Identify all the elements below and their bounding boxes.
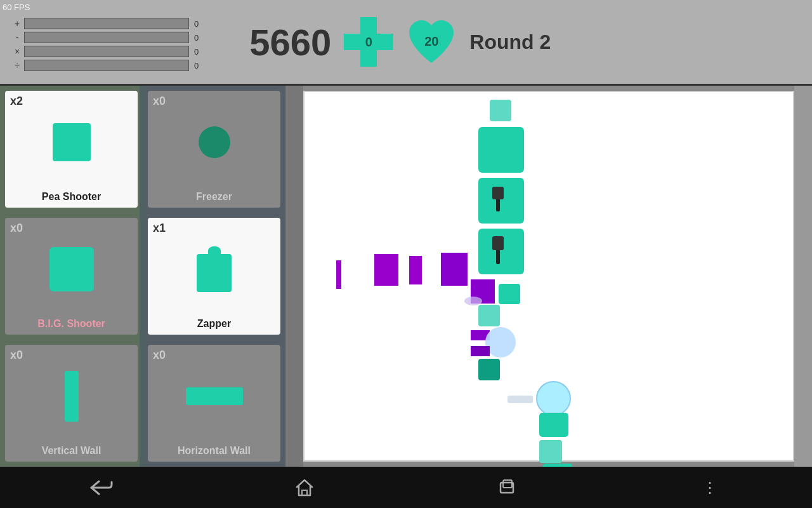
big-shooter-icon [49,247,94,291]
sidebar: x2 Pea Shooter x0 Freezer x0 B.I.G. Shoo… [0,86,285,467]
home-button[interactable] [285,469,324,507]
zapper-count: x1 [153,222,166,235]
right-edge [794,86,812,467]
zapper-label: Zapper [153,316,275,330]
enemy-strip-2 [471,346,490,356]
freezer-label: Freezer [153,189,275,203]
card-vertical-wall[interactable]: x0 Vertical Wall [5,345,138,462]
zapper-body [197,254,232,292]
score-display: 5660 [249,21,331,64]
heart-container: 20 [406,18,457,66]
horizontal-wall-count: x0 [153,349,166,362]
divide-bar [24,60,189,71]
vertical-wall-label: Vertical Wall [10,443,133,457]
plus-cross-value: 0 [365,35,372,50]
game-canvas[interactable] [303,91,794,462]
turret-teal [478,359,500,380]
recent-button[interactable] [488,469,527,507]
enemy-3 [409,256,422,284]
multiply-stat-value: 0 [194,47,199,57]
freezer-icon-area [153,96,275,189]
horizontal-wall-icon-area [153,350,275,443]
pea-shooter-icon [53,123,91,161]
recent-icon [499,479,516,497]
stat-row-divide: ÷ 0 [13,60,199,71]
multiply-bar [24,46,189,57]
turret-small-mid [499,284,520,304]
heart-value: 20 [424,34,438,49]
big-shooter-count: x0 [10,222,23,235]
explosion-effect [464,297,482,305]
horizontal-wall-label: Horizontal Wall [153,443,275,457]
top-bar: 60 FPS + 0 - 0 × 0 ÷ 0 5660 [0,0,812,86]
more-button[interactable]: ⋮ [691,469,730,507]
divide-stat-value: 0 [194,61,199,70]
card-horizontal-wall[interactable]: x0 Horizontal Wall [148,345,280,462]
enemy-4 [441,253,468,286]
multiply-symbol: × [13,46,22,57]
shooter-base-1 [539,440,562,463]
stat-row-multiply: × 0 [13,46,199,57]
card-zapper[interactable]: x1 Zapper [148,218,280,335]
fps-label: 60 FPS [3,3,30,12]
big-shooter-label: B.I.G. Shooter [10,316,133,330]
main-area: x2 Pea Shooter x0 Freezer x0 B.I.G. Shoo… [0,86,812,467]
svg-rect-4 [503,480,512,488]
bottom-nav: ⋮ [0,467,812,508]
zapper-icon-area [153,223,275,316]
turret-gun-2 [478,229,524,274]
back-icon [90,479,113,497]
round-label: Round 2 [469,30,551,54]
freezer-icon [199,126,230,158]
turret-large-1 [478,127,524,173]
score-section: 5660 0 20 Round 2 [249,17,551,67]
horizontal-wall-icon [186,387,243,405]
plus-stat-value: 0 [194,19,199,29]
shooter-body [539,413,568,437]
pea-shooter-icon-area [10,96,133,189]
bullet-effect [508,396,533,403]
minus-bar [24,32,189,43]
divide-symbol: ÷ [13,60,22,70]
minus-stat-value: 0 [194,33,199,43]
stat-bars: + 0 - 0 × 0 ÷ 0 [13,18,199,71]
vertical-wall-icon-area [10,350,133,443]
plus-bar [24,18,189,29]
card-freezer[interactable]: x0 Freezer [148,91,280,208]
enemy-2 [374,254,398,286]
minus-symbol: - [13,32,22,43]
turret-small-top [490,100,511,121]
left-edge [285,86,303,467]
freezer-count: x0 [153,95,166,108]
plus-cross-container[interactable]: 0 [344,17,393,67]
turret-gun-1 [478,178,524,224]
pea-shooter-label: Pea Shooter [10,189,133,203]
projectile-ball [485,327,516,358]
home-icon [294,478,315,497]
turret-small-2 [478,305,500,326]
stat-row-minus: - 0 [13,32,199,43]
plus-symbol: + [13,18,22,29]
vertical-wall-icon [65,371,79,422]
shooter-base-3 [543,381,566,404]
pea-shooter-count: x2 [10,95,23,108]
game-area[interactable] [285,86,812,467]
vertical-wall-count: x0 [10,349,23,362]
big-shooter-icon-area [10,223,133,316]
back-button[interactable] [82,469,121,507]
stat-row-plus: + 0 [13,18,199,29]
enemy-1 [336,260,341,289]
card-pea-shooter[interactable]: x2 Pea Shooter [5,91,138,208]
card-big-shooter[interactable]: x0 B.I.G. Shooter [5,218,138,335]
